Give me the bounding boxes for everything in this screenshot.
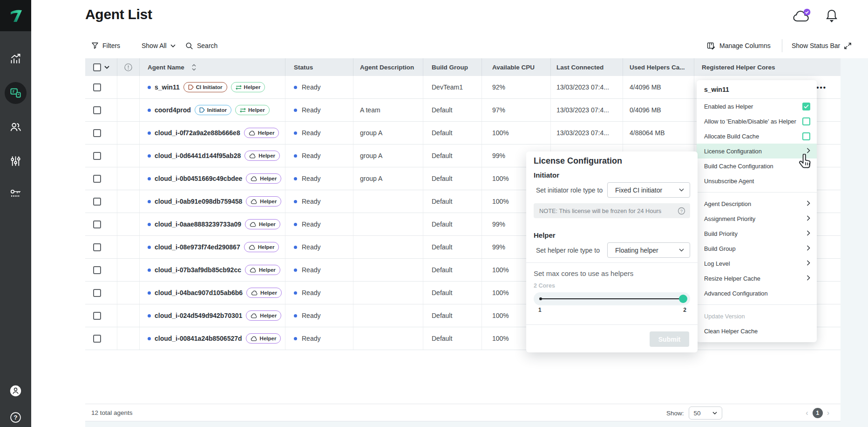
- menu-item-log-level[interactable]: Log Level: [697, 256, 817, 271]
- column-header-registered-helper-cores[interactable]: Registered Helper Cores: [694, 58, 841, 76]
- menu-item-allocate-build-cache[interactable]: Allocate Build Cache: [697, 129, 817, 144]
- search-button[interactable]: Search: [185, 39, 217, 53]
- show-all-dropdown[interactable]: Show All: [142, 39, 176, 53]
- menu-item-build-priority[interactable]: Build Priority: [697, 226, 817, 241]
- alert-cell: [117, 145, 140, 167]
- sidebar-item-help[interactable]: ?: [0, 412, 31, 423]
- agent-role-badge: CI Initiator: [183, 82, 227, 92]
- sidebar-item-settings[interactable]: [0, 155, 31, 167]
- chevron-right-icon: [807, 245, 810, 252]
- show-status-bar-label: Show Status Bar: [792, 42, 840, 49]
- checkbox-checked[interactable]: [802, 103, 810, 110]
- agent-name: coord4prod: [155, 106, 191, 114]
- last-connected-cell: 13/03/2023 07:4...: [551, 99, 623, 121]
- agent-name-cell: cloud_i-0d6441d144f95ab28Helper: [140, 145, 285, 167]
- sidebar-item-dashboard[interactable]: [0, 52, 31, 65]
- menu-item-unsubscribe-agent[interactable]: Unsubscribe Agent: [697, 173, 817, 188]
- last-connected-cell: 13/03/2023 07:4...: [551, 76, 623, 98]
- alert-cell: [117, 190, 140, 213]
- menu-item-agent-description[interactable]: Agent Description: [697, 196, 817, 211]
- filter-icon: [91, 42, 99, 49]
- row-checkbox[interactable]: [93, 129, 101, 137]
- menu-item-assignment-priority[interactable]: Assignment Priority: [697, 211, 817, 226]
- show-status-bar-button[interactable]: Show Status Bar: [792, 39, 852, 53]
- row-checkbox[interactable]: [93, 335, 101, 343]
- menu-item-advanced-configuration[interactable]: Advanced Configuration: [697, 286, 817, 301]
- show-label: Show:: [666, 410, 684, 417]
- max-cores-slider[interactable]: [534, 292, 690, 305]
- row-checkbox[interactable]: [93, 243, 101, 251]
- menu-item-clean-helper-cache[interactable]: Clean Helper Cache: [697, 324, 817, 338]
- menu-item-build-group[interactable]: Build Group: [697, 241, 817, 256]
- page-size-select[interactable]: 50: [689, 406, 722, 420]
- toolbar-divider: [782, 39, 782, 52]
- column-header-used-helpers[interactable]: Used Helpers Ca...: [623, 58, 694, 76]
- menu-item-resize-helper-cache[interactable]: Resize Helper Cache: [697, 271, 817, 286]
- column-header-last-connected[interactable]: Last Connected: [551, 58, 623, 76]
- helper-role-label: Set helper role type to: [536, 247, 600, 254]
- chevron-right-icon: [807, 260, 810, 267]
- sidebar-item-agents-active[interactable]: [5, 82, 27, 104]
- next-page-button[interactable]: ›: [827, 409, 829, 417]
- status-cell: Ready: [285, 213, 353, 235]
- row-checkbox[interactable]: [93, 220, 101, 228]
- status-cell: Ready: [285, 145, 353, 167]
- row-checkbox[interactable]: [93, 152, 101, 160]
- checkbox-unchecked[interactable]: [802, 132, 810, 140]
- cloud-sync-button[interactable]: [792, 8, 812, 26]
- sidebar-item-licenses[interactable]: [0, 188, 31, 200]
- badge-label: Helper: [260, 199, 277, 204]
- status-cell: Ready: [285, 304, 353, 327]
- row-checkbox[interactable]: [93, 106, 101, 114]
- agent-role-badge: Helper: [244, 128, 279, 138]
- menu-item-update-version[interactable]: Update Version: [697, 309, 817, 324]
- description-cell: A team: [353, 99, 423, 121]
- agent-name: cloud_i-0d6441d144f95ab28: [155, 152, 241, 159]
- agent-role-badge: Initiator: [195, 105, 231, 115]
- select-all-checkbox[interactable]: [93, 63, 101, 71]
- select-menu-chevron-icon[interactable]: [104, 66, 109, 69]
- row-checkbox[interactable]: [93, 266, 101, 274]
- sort-icon[interactable]: [191, 64, 197, 71]
- row-checkbox[interactable]: [93, 289, 101, 297]
- initiator-role-value: Fixed CI initiator: [615, 186, 662, 194]
- manage-columns-button[interactable]: Manage Columns: [707, 39, 771, 53]
- column-header-build-group[interactable]: Build Group: [423, 58, 482, 76]
- status-cell: Ready: [285, 190, 353, 213]
- ready-status-dot: [294, 154, 297, 158]
- filters-button[interactable]: Filters: [91, 39, 120, 53]
- prev-page-button[interactable]: ‹: [806, 409, 808, 417]
- initiator-role-label: Set initiator role type to: [536, 186, 603, 194]
- helper-role-select[interactable]: Floating helper: [607, 242, 690, 258]
- used-helpers-cell: 4/4096 MB: [623, 76, 694, 98]
- notifications-button[interactable]: [825, 8, 838, 25]
- alert-cell: [117, 259, 140, 281]
- menu-item-allow-to-enable-disable-as-helper[interactable]: Allow to 'Enable/Disable' as Helper: [697, 114, 817, 129]
- row-checkbox[interactable]: [93, 312, 101, 320]
- build-group-cell: Default: [423, 122, 482, 144]
- initiator-role-select[interactable]: Fixed CI initiator: [607, 182, 690, 198]
- checkbox-unchecked[interactable]: [802, 117, 810, 125]
- column-header-agent-description[interactable]: Agent Description: [353, 58, 423, 76]
- row-checkbox[interactable]: [93, 175, 101, 183]
- help-circle-icon[interactable]: ?: [678, 207, 685, 215]
- submit-button[interactable]: Submit: [650, 331, 689, 347]
- column-header-status[interactable]: Status: [285, 58, 353, 76]
- row-checkbox[interactable]: [93, 83, 101, 91]
- sidebar-item-profile[interactable]: [0, 385, 31, 397]
- page-title: Agent List: [85, 7, 152, 22]
- column-header-agent-name[interactable]: Agent Name: [140, 58, 285, 76]
- brand-logo[interactable]: [0, 0, 31, 31]
- description-cell: [353, 327, 423, 350]
- menu-item-enabled-as-helper[interactable]: Enabled as Helper: [697, 99, 817, 114]
- column-header-available-cpu[interactable]: Available CPU: [482, 58, 551, 76]
- badge-label: Helper: [258, 153, 275, 158]
- sidebar-item-users[interactable]: [0, 121, 31, 133]
- sidebar: ?: [0, 0, 31, 427]
- build-group-cell: Default: [423, 167, 482, 190]
- slider-handle[interactable]: [679, 295, 687, 303]
- row-more-options-button[interactable]: •••: [816, 83, 827, 91]
- row-checkbox[interactable]: [93, 198, 101, 206]
- agent-role-badge: Helper: [245, 219, 280, 229]
- agent-status-dot: [148, 314, 151, 317]
